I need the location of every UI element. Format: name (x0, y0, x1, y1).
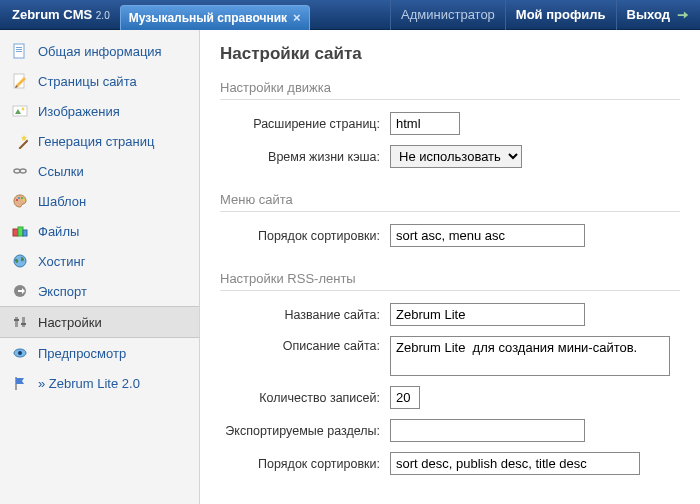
svg-rect-20 (15, 317, 18, 327)
svg-point-25 (18, 351, 22, 355)
svg-rect-17 (23, 230, 27, 236)
row-count: Количество записей: (220, 386, 680, 409)
sidebar-item-label: Хостинг (38, 254, 85, 269)
svg-point-12 (18, 197, 20, 199)
page-info-icon (12, 43, 28, 59)
topbar: Zebrum CMS 2.0 Музыкальный справочник × … (0, 0, 700, 30)
svg-point-10 (20, 169, 26, 173)
brand-version: 2.0 (96, 10, 110, 21)
sidebar-item-label: Изображения (38, 104, 120, 119)
svg-rect-23 (21, 323, 26, 325)
row-site-name: Название сайта: (220, 303, 680, 326)
tab-active[interactable]: Музыкальный справочник × (120, 5, 310, 30)
wand-icon (12, 133, 28, 149)
svg-point-11 (16, 199, 18, 201)
sidebar-item-export[interactable]: Экспорт (0, 276, 199, 306)
admin-label: Администратор (390, 0, 505, 30)
page-ext-label: Расширение страниц: (220, 117, 390, 131)
svg-rect-1 (16, 47, 22, 48)
palette-icon (12, 193, 28, 209)
rss-sort-input[interactable] (390, 452, 640, 475)
svg-point-9 (14, 169, 20, 173)
sidebar-item-label: Настройки (38, 315, 102, 330)
files-icon (12, 223, 28, 239)
section-engine-heading: Настройки движка (220, 80, 680, 100)
menu-sort-label: Порядок сортировки: (220, 229, 390, 243)
sidebar-item-label: Страницы сайта (38, 74, 137, 89)
svg-point-13 (21, 197, 23, 199)
sidebar-item-info[interactable]: Общая информация (0, 36, 199, 66)
brand-name: Zebrum CMS (12, 7, 92, 22)
row-page-ext: Расширение страниц: (220, 112, 680, 135)
page-title: Настройки сайта (220, 44, 680, 64)
row-rss-sort: Порядок сортировки: (220, 452, 680, 475)
row-cache-ttl: Время жизни кэша: Не использовать (220, 145, 680, 168)
svg-rect-3 (16, 51, 22, 52)
settings-icon (12, 314, 28, 330)
sidebar-item-label: » Zebrum Lite 2.0 (38, 376, 140, 391)
content: Настройки сайта Настройки движка Расшире… (200, 30, 700, 504)
menu-sort-input[interactable] (390, 224, 585, 247)
svg-rect-16 (18, 227, 23, 236)
sidebar-item-label: Экспорт (38, 284, 87, 299)
exit-label: Выход (627, 7, 670, 22)
svg-rect-22 (22, 317, 25, 327)
sidebar-item-images[interactable]: Изображения (0, 96, 199, 126)
sidebar-item-template[interactable]: Шаблон (0, 186, 199, 216)
sidebar-item-label: Генерация страниц (38, 134, 154, 149)
sidebar-item-zebrum-lite[interactable]: » Zebrum Lite 2.0 (0, 368, 199, 398)
site-desc-label: Описание сайта: (220, 336, 390, 353)
cache-ttl-label: Время жизни кэша: (220, 150, 390, 164)
brand: Zebrum CMS 2.0 (0, 7, 120, 22)
sidebar-item-links[interactable]: Ссылки (0, 156, 199, 186)
svg-rect-15 (13, 229, 18, 236)
rss-sort-label: Порядок сортировки: (220, 457, 390, 471)
export-sections-label: Экспортируемые разделы: (220, 424, 390, 438)
site-name-label: Название сайта: (220, 308, 390, 322)
export-icon (12, 283, 28, 299)
sidebar-item-files[interactable]: Файлы (0, 216, 199, 246)
svg-rect-8 (19, 140, 28, 149)
arrow-right-icon (676, 8, 690, 22)
sidebar-item-preview[interactable]: Предпросмотр (0, 338, 199, 368)
top-right: Администратор Мой профиль Выход (390, 0, 700, 30)
flag-icon (12, 375, 28, 391)
sidebar-item-label: Предпросмотр (38, 346, 126, 361)
cache-ttl-select[interactable]: Не использовать (390, 145, 522, 168)
eye-icon (12, 345, 28, 361)
site-desc-textarea[interactable] (390, 336, 670, 376)
row-export-sections: Экспортируемые разделы: (220, 419, 680, 442)
sidebar-item-label: Шаблон (38, 194, 86, 209)
svg-rect-21 (14, 319, 19, 321)
sidebar-item-settings[interactable]: Настройки (0, 306, 199, 338)
image-icon (12, 103, 28, 119)
svg-point-14 (23, 199, 25, 201)
site-name-input[interactable] (390, 303, 585, 326)
tab-label: Музыкальный справочник (129, 11, 287, 25)
export-sections-input[interactable] (390, 419, 585, 442)
row-menu-sort: Порядок сортировки: (220, 224, 680, 247)
exit-link[interactable]: Выход (616, 0, 700, 30)
section-menu-heading: Меню сайта (220, 192, 680, 212)
profile-link[interactable]: Мой профиль (505, 0, 616, 30)
section-rss-heading: Настройки RSS-ленты (220, 271, 680, 291)
main: Общая информация Страницы сайта Изображе… (0, 30, 700, 504)
count-input[interactable] (390, 386, 420, 409)
sidebar-item-generate[interactable]: Генерация страниц (0, 126, 199, 156)
link-icon (12, 163, 28, 179)
svg-rect-2 (16, 49, 22, 50)
count-label: Количество записей: (220, 391, 390, 405)
globe-icon (12, 253, 28, 269)
page-ext-input[interactable] (390, 112, 460, 135)
sidebar-item-hosting[interactable]: Хостинг (0, 246, 199, 276)
sidebar-item-label: Файлы (38, 224, 79, 239)
pencil-page-icon (12, 73, 28, 89)
svg-point-7 (22, 108, 25, 111)
row-site-desc: Описание сайта: (220, 336, 680, 376)
sidebar-item-pages[interactable]: Страницы сайта (0, 66, 199, 96)
svg-rect-5 (13, 106, 27, 116)
sidebar: Общая информация Страницы сайта Изображе… (0, 30, 200, 504)
sidebar-item-label: Ссылки (38, 164, 84, 179)
close-icon[interactable]: × (293, 10, 301, 25)
sidebar-item-label: Общая информация (38, 44, 162, 59)
